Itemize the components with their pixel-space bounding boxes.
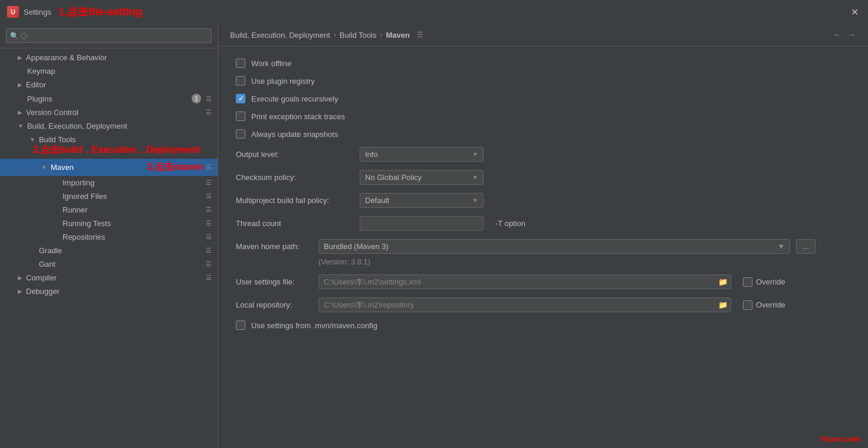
sidebar-item-label: Runner [63, 205, 203, 214]
checksum-policy-row: Checksum policy: No Global Policy ▼ [236, 170, 850, 185]
sidebar-item-label: Importing [63, 178, 203, 187]
chevron-down-icon: ▼ [18, 123, 24, 129]
sidebar-item-label: Debugger [26, 287, 212, 296]
output-level-label: Output level: [236, 150, 354, 159]
sidebar-item-gant[interactable]: Gant ☰ [0, 257, 218, 271]
work-offline-checkbox[interactable] [236, 58, 245, 68]
breadcrumb-build: Build, Execution, Deployment [230, 31, 330, 40]
sidebar-item-label: Gradle [39, 246, 203, 255]
local-repository-input-wrap: 📁 [318, 297, 731, 312]
sidebar-item-build-execution-deployment[interactable]: ▼ Build, Execution, Deployment [0, 119, 218, 133]
thread-count-row: Thread count -T option [236, 216, 850, 231]
sidebar-item-label: Build, Execution, Deployment [27, 122, 212, 130]
breadcrumb-sep-1: › [334, 31, 336, 39]
checkbox-use-plugin-registry: Use plugin registry [236, 76, 850, 86]
checkbox-print-exception-stack-traces: Print exception stack traces [236, 112, 850, 121]
sidebar-item-compiler[interactable]: ▶ Compiler ☰ [0, 271, 218, 285]
breadcrumb-menu-icon[interactable]: ☰ [417, 31, 423, 39]
user-settings-override-label: Override [756, 277, 785, 286]
checksum-policy-value: No Global Policy [365, 173, 422, 182]
always-update-snapshots-label: Always update snapshots [251, 130, 338, 139]
user-settings-file-input-wrap: 📁 [318, 274, 731, 289]
sidebar-item-label: Version Control [26, 108, 203, 117]
checkbox-always-update-snapshots: Always update snapshots [236, 129, 850, 139]
checkbox-execute-goals-recursively: Execute goals recursively [236, 94, 850, 103]
window-title: Settings [24, 8, 51, 17]
checksum-policy-dropdown[interactable]: No Global Policy ▼ [360, 170, 484, 185]
always-update-snapshots-checkbox[interactable] [236, 129, 245, 139]
dropdown-arrow-icon: ▼ [472, 197, 478, 204]
maven-home-browse-button[interactable]: ... [796, 239, 816, 254]
local-repository-override-checkbox[interactable] [743, 300, 752, 310]
sidebar-item-version-control[interactable]: ▶ Version Control ☰ [0, 106, 218, 119]
title-bar: U Settings 1.点击file-setting ✕ [0, 0, 868, 24]
dropdown-arrow-icon: ▼ [472, 151, 478, 158]
sidebar-item-gradle[interactable]: Gradle ☰ [0, 244, 218, 257]
multiproject-label: Multiproject build fail policy: [236, 196, 354, 205]
use-settings-from-label: Use settings from .mvn/maven.config [251, 321, 377, 330]
sidebar: 🔍 ▶ Appearance & Behavior Keymap ▶ Edito… [0, 24, 218, 448]
chevron-right-icon: ▶ [18, 274, 22, 281]
maven-home-path-row: Maven home path: Bundled (Maven 3) ▼ ... [236, 239, 850, 254]
user-settings-override-checkbox[interactable] [743, 277, 752, 287]
sidebar-item-debugger[interactable]: ▶ Debugger [0, 285, 218, 298]
print-exception-checkbox[interactable] [236, 112, 245, 121]
settings-icon: ☰ [206, 206, 212, 214]
file-browse-icon[interactable]: 📁 [718, 277, 728, 286]
use-settings-from-checkbox[interactable] [236, 321, 245, 330]
breadcrumb-sep-2: › [380, 31, 382, 39]
sidebar-item-label: Repositories [63, 233, 203, 241]
sidebar-item-keymap[interactable]: Keymap [0, 64, 218, 78]
settings-content: Work offline Use plugin registry Execute… [218, 47, 868, 448]
sidebar-item-build-tools[interactable]: ▼ Build Tools 2.点击build，Execution，Deploy… [0, 133, 218, 159]
maven-home-dropdown[interactable]: Bundled (Maven 3) ▼ [318, 239, 790, 254]
breadcrumb-maven: Maven [386, 31, 409, 40]
thread-count-input[interactable] [360, 216, 484, 231]
sidebar-list: ▶ Appearance & Behavior Keymap ▶ Editor … [0, 48, 218, 448]
maven-version-text: (Version: 3.8.1) [318, 257, 850, 266]
settings-icon: ☰ [206, 260, 212, 268]
print-exception-label: Print exception stack traces [251, 112, 345, 121]
sidebar-item-appearance[interactable]: ▶ Appearance & Behavior [0, 51, 218, 64]
sidebar-item-label: Ignored Files [63, 192, 203, 201]
close-button[interactable]: ✕ [851, 6, 859, 18]
search-icon: 🔍 [10, 32, 19, 40]
sidebar-item-runner[interactable]: Runner ☰ [0, 203, 218, 217]
search-input[interactable] [6, 28, 212, 43]
user-settings-file-input[interactable] [318, 274, 731, 289]
file-browse-icon[interactable]: 📁 [718, 300, 728, 309]
watermark: Yuucn.com [820, 434, 861, 443]
multiproject-value: Default [365, 196, 389, 205]
sidebar-item-plugins[interactable]: Plugins 1 ☰ [0, 91, 218, 106]
annotation-1: 1.点击file-setting [58, 5, 142, 19]
sidebar-item-label: Appearance & Behavior [26, 53, 212, 62]
maven-home-label: Maven home path: [236, 242, 313, 251]
sidebar-item-repositories[interactable]: Repositories ☰ [0, 230, 218, 244]
sidebar-item-editor[interactable]: ▶ Editor [0, 78, 218, 91]
sidebar-item-importing[interactable]: Importing ☰ [0, 176, 218, 189]
main-content: 🔍 ▶ Appearance & Behavior Keymap ▶ Edito… [0, 24, 868, 448]
sidebar-item-maven[interactable]: ▼ Maven 3.点击maven ☰ [0, 159, 218, 176]
multiproject-dropdown[interactable]: Default ▼ [360, 193, 484, 208]
sidebar-item-label: Keymap [27, 67, 212, 76]
back-arrow[interactable]: ← [833, 30, 842, 40]
local-repository-input[interactable] [318, 297, 731, 312]
forward-arrow[interactable]: → [847, 30, 856, 40]
sidebar-item-running-tests[interactable]: Running Tests ☰ [0, 217, 218, 230]
output-level-dropdown[interactable]: Info ▼ [360, 147, 484, 162]
sidebar-item-label: Editor [26, 80, 212, 89]
settings-icon: ☰ [206, 192, 212, 200]
maven-home-value: Bundled (Maven 3) [324, 242, 389, 251]
main-panel: Build, Execution, Deployment › Build Too… [218, 24, 868, 448]
local-repository-override-label: Override [756, 300, 785, 309]
plugin-badge: 1 [192, 94, 201, 103]
execute-goals-recursively-checkbox[interactable] [236, 94, 245, 103]
settings-icon: ☰ [206, 109, 212, 116]
chevron-right-icon: ▶ [18, 81, 22, 88]
use-plugin-registry-checkbox[interactable] [236, 76, 245, 86]
multiproject-build-fail-policy-row: Multiproject build fail policy: Default … [236, 193, 850, 208]
sidebar-item-ignored-files[interactable]: Ignored Files ☰ [0, 189, 218, 203]
breadcrumb-build-tools: Build Tools [340, 31, 377, 40]
chevron-right-icon: ▶ [18, 54, 22, 61]
output-level-value: Info [365, 150, 378, 159]
